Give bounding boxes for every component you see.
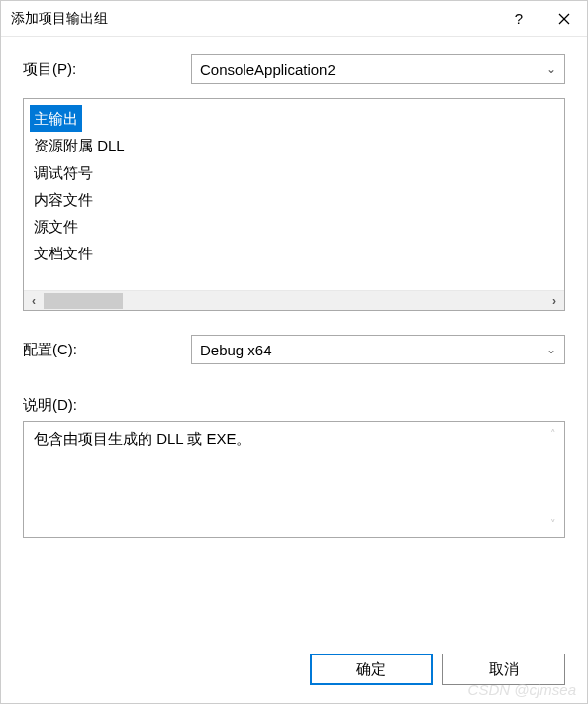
configuration-label: 配置(C): bbox=[23, 341, 191, 359]
list-item[interactable]: 调试符号 bbox=[30, 159, 97, 186]
list-item[interactable]: 主输出 bbox=[30, 105, 82, 132]
horizontal-scrollbar[interactable]: ‹ › bbox=[24, 290, 564, 310]
list-item[interactable]: 资源附属 DLL bbox=[30, 132, 129, 158]
description-label: 说明(D): bbox=[23, 396, 565, 415]
list-item[interactable]: 内容文件 bbox=[30, 186, 97, 213]
scroll-thumb[interactable] bbox=[44, 293, 123, 309]
description-textbox: 包含由项目生成的 DLL 或 EXE。 ˄ ˅ bbox=[23, 421, 565, 538]
configuration-combobox[interactable]: Debug x64 ⌄ bbox=[191, 335, 565, 364]
project-combobox[interactable]: ConsoleApplication2 ⌄ bbox=[191, 54, 565, 84]
configuration-selected-value: Debug x64 bbox=[200, 342, 546, 358]
project-row: 项目(P): ConsoleApplication2 ⌄ bbox=[23, 54, 565, 84]
description-scrollbar: ˄ ˅ bbox=[544, 422, 562, 537]
outputs-items: 主输出 资源附属 DLL 调试符号 内容文件 源文件 文档文件 bbox=[24, 105, 564, 290]
chevron-down-icon: ⌄ bbox=[546, 343, 556, 356]
configuration-row: 配置(C): Debug x64 ⌄ bbox=[23, 335, 565, 364]
dialog-content: 项目(P): ConsoleApplication2 ⌄ 主输出 资源附属 DL… bbox=[1, 37, 587, 638]
close-button[interactable] bbox=[541, 1, 587, 37]
help-button[interactable]: ? bbox=[496, 1, 541, 37]
ok-button-label: 确定 bbox=[356, 660, 386, 679]
scroll-down-icon: ˅ bbox=[550, 518, 556, 531]
list-item[interactable]: 源文件 bbox=[30, 213, 82, 240]
outputs-listbox[interactable]: 主输出 资源附属 DLL 调试符号 内容文件 源文件 文档文件 ‹ › bbox=[23, 98, 565, 311]
project-label: 项目(P): bbox=[23, 60, 191, 79]
description-label-row: 说明(D): bbox=[23, 396, 565, 415]
list-item[interactable]: 文档文件 bbox=[30, 240, 97, 266]
dialog: 添加项目输出组 ? 项目(P): ConsoleApplication2 ⌄ 主… bbox=[0, 0, 588, 704]
close-icon bbox=[558, 13, 570, 25]
scroll-track[interactable] bbox=[44, 291, 544, 311]
ok-button[interactable]: 确定 bbox=[310, 654, 433, 685]
description-text: 包含由项目生成的 DLL 或 EXE。 bbox=[34, 430, 250, 447]
project-selected-value: ConsoleApplication2 bbox=[200, 61, 546, 78]
cancel-button[interactable]: 取消 bbox=[442, 654, 565, 685]
chevron-down-icon: ⌄ bbox=[546, 62, 556, 76]
scroll-left-icon[interactable]: ‹ bbox=[24, 291, 44, 311]
dialog-title: 添加项目输出组 bbox=[11, 10, 496, 28]
scroll-right-icon[interactable]: › bbox=[544, 291, 564, 311]
scroll-up-icon: ˄ bbox=[550, 428, 556, 441]
cancel-button-label: 取消 bbox=[489, 660, 519, 679]
titlebar: 添加项目输出组 ? bbox=[1, 1, 587, 37]
button-row: 确定 取消 bbox=[1, 638, 587, 703]
